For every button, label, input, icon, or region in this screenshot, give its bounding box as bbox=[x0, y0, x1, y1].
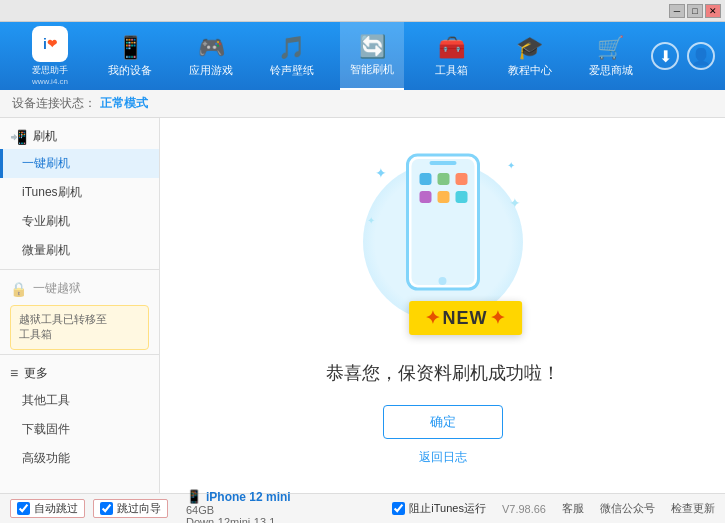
minimize-button[interactable]: ─ bbox=[669, 4, 685, 18]
success-illustration: ✦ ✦ ✦ ✦ ✦NEW✦ bbox=[353, 145, 533, 345]
sidebar-item-one-key-flash[interactable]: 一键刷机 bbox=[0, 149, 159, 178]
device-model: Down-12mini-13,1 bbox=[186, 516, 291, 523]
device-storage: 64GB bbox=[186, 504, 291, 516]
header: i❤ 爱思助手 www.i4.cn 📱 我的设备 🎮 应用游戏 🎵 铃声壁纸 🔄… bbox=[0, 22, 725, 90]
svg-rect-2 bbox=[429, 161, 456, 165]
nav-icon-toolbox: 🧰 bbox=[438, 35, 465, 61]
success-text: 恭喜您，保资料刷机成功啦！ bbox=[326, 361, 560, 385]
star-left: ✦ bbox=[425, 308, 441, 328]
flash-section-label: 刷机 bbox=[33, 128, 57, 145]
phone-icon: 📱 bbox=[186, 489, 202, 504]
sparkle-4: ✦ bbox=[367, 215, 375, 226]
nav-bar: 📱 我的设备 🎮 应用游戏 🎵 铃声壁纸 🔄 智能刷机 🧰 工具箱 🎓 教程中心… bbox=[90, 22, 651, 90]
sparkle-3: ✦ bbox=[509, 195, 521, 211]
sparkle-1: ✦ bbox=[375, 165, 387, 181]
logo-icon: i❤ bbox=[32, 26, 68, 62]
nav-icon-tutorial: 🎓 bbox=[516, 35, 543, 61]
title-bar: ─ □ ✕ bbox=[0, 0, 725, 22]
sidebar-section-jailbreak: 🔒 一键越狱 bbox=[0, 274, 159, 301]
nav-item-tutorial[interactable]: 🎓 教程中心 bbox=[498, 22, 562, 90]
more-icon: ≡ bbox=[10, 365, 18, 381]
svg-rect-9 bbox=[455, 191, 467, 203]
skip-wizard-checkbox[interactable] bbox=[100, 502, 113, 515]
phone-svg bbox=[405, 153, 480, 291]
svg-rect-7 bbox=[419, 191, 431, 203]
close-button[interactable]: ✕ bbox=[705, 4, 721, 18]
skip-wizard-label[interactable]: 跳过向导 bbox=[117, 501, 161, 516]
nav-icon-store: 🛒 bbox=[597, 35, 624, 61]
auto-jump-label[interactable]: 自动跳过 bbox=[34, 501, 78, 516]
status-value: 正常模式 bbox=[100, 95, 148, 112]
wechat-link[interactable]: 微信公众号 bbox=[600, 501, 655, 516]
bottom-left: 自动跳过 跳过向导 📱 iPhone 12 mini 64GB Down-12m… bbox=[10, 489, 291, 523]
logo-text: 爱思助手 www.i4.cn bbox=[32, 64, 68, 86]
nav-icon-my-device: 📱 bbox=[117, 35, 144, 61]
confirm-button[interactable]: 确定 bbox=[383, 405, 503, 439]
sidebar-item-advanced[interactable]: 高级功能 bbox=[0, 444, 159, 473]
nav-item-store[interactable]: 🛒 爱思商城 bbox=[579, 22, 643, 90]
sidebar-item-itunes-flash[interactable]: iTunes刷机 bbox=[0, 178, 159, 207]
svg-point-3 bbox=[438, 277, 446, 285]
nav-item-smart-flash[interactable]: 🔄 智能刷机 bbox=[340, 22, 404, 90]
sidebar-section-more: ≡ 更多 bbox=[0, 359, 159, 386]
user-button[interactable]: 👤 bbox=[687, 42, 715, 70]
jailbreak-warning: 越狱工具已转移至工具箱 bbox=[10, 305, 149, 350]
star-right: ✦ bbox=[490, 308, 506, 328]
support-link[interactable]: 客服 bbox=[562, 501, 584, 516]
sidebar-divider-1 bbox=[0, 269, 159, 270]
new-badge: ✦NEW✦ bbox=[409, 301, 522, 335]
restore-button[interactable]: □ bbox=[687, 4, 703, 18]
nav-icon-ringtone: 🎵 bbox=[278, 35, 305, 61]
sidebar-divider-2 bbox=[0, 354, 159, 355]
svg-rect-8 bbox=[437, 191, 449, 203]
auto-jump-checkbox[interactable] bbox=[17, 502, 30, 515]
device-info: 📱 iPhone 12 mini 64GB Down-12mini-13,1 bbox=[186, 489, 291, 523]
sidebar-item-pro-flash[interactable]: 专业刷机 bbox=[0, 207, 159, 236]
nav-item-app-game[interactable]: 🎮 应用游戏 bbox=[179, 22, 243, 90]
sparkle-2: ✦ bbox=[507, 160, 515, 171]
svg-rect-5 bbox=[437, 173, 449, 185]
flash-section-icon: 📲 bbox=[10, 129, 27, 145]
device-name: iPhone 12 mini bbox=[206, 490, 291, 504]
bottom-bar: 自动跳过 跳过向导 📱 iPhone 12 mini 64GB Down-12m… bbox=[0, 493, 725, 523]
nav-item-my-device[interactable]: 📱 我的设备 bbox=[98, 22, 162, 90]
skip-wizard-group: 跳过向导 bbox=[93, 499, 168, 518]
status-bar: 设备连接状态： 正常模式 bbox=[0, 90, 725, 118]
itunes-checkbox[interactable] bbox=[392, 502, 405, 515]
sidebar-item-save-flash[interactable]: 微量刷机 bbox=[0, 236, 159, 265]
bottom-right: 阻止iTunes运行 V7.98.66 客服 微信公众号 检查更新 bbox=[392, 501, 715, 516]
nav-icon-app-game: 🎮 bbox=[198, 35, 225, 61]
main-layout: 📲 刷机 一键刷机 iTunes刷机 专业刷机 微量刷机 🔒 一键越狱 越狱工具… bbox=[0, 118, 725, 493]
back-link[interactable]: 返回日志 bbox=[419, 449, 467, 466]
download-button[interactable]: ⬇ bbox=[651, 42, 679, 70]
svg-rect-4 bbox=[419, 173, 431, 185]
sidebar: 📲 刷机 一键刷机 iTunes刷机 专业刷机 微量刷机 🔒 一键越狱 越狱工具… bbox=[0, 118, 160, 493]
auto-jump-group: 自动跳过 bbox=[10, 499, 85, 518]
svg-rect-6 bbox=[455, 173, 467, 185]
sidebar-section-flash: 📲 刷机 bbox=[0, 122, 159, 149]
sidebar-item-download-firmware[interactable]: 下载固件 bbox=[0, 415, 159, 444]
more-label: 更多 bbox=[24, 365, 48, 382]
nav-right: ⬇ 👤 bbox=[651, 42, 715, 70]
logo[interactable]: i❤ 爱思助手 www.i4.cn bbox=[10, 26, 90, 86]
nav-item-toolbox[interactable]: 🧰 工具箱 bbox=[421, 22, 481, 90]
jailbreak-label: 一键越狱 bbox=[33, 280, 81, 297]
lock-icon: 🔒 bbox=[10, 281, 27, 297]
status-label: 设备连接状态： bbox=[12, 95, 96, 112]
itunes-status: 阻止iTunes运行 bbox=[392, 501, 486, 516]
version-text: V7.98.66 bbox=[502, 503, 546, 515]
nav-icon-smart-flash: 🔄 bbox=[359, 34, 386, 60]
update-link[interactable]: 检查更新 bbox=[671, 501, 715, 516]
sidebar-item-other-tools[interactable]: 其他工具 bbox=[0, 386, 159, 415]
main-content: ✦ ✦ ✦ ✦ ✦NEW✦ 恭喜您，保资料 bbox=[160, 118, 725, 493]
nav-item-ringtone[interactable]: 🎵 铃声壁纸 bbox=[260, 22, 324, 90]
